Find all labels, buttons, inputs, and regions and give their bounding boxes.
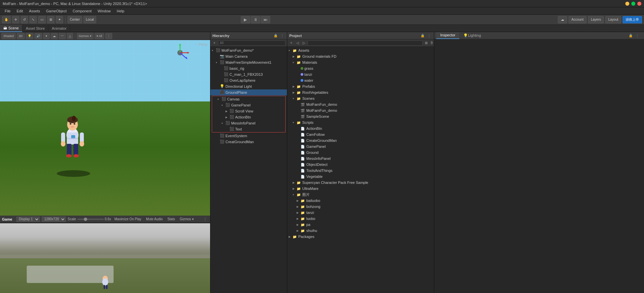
game-panel-menu-btn[interactable]: ⋮	[202, 217, 208, 221]
anim-btn[interactable]: △	[67, 33, 73, 39]
project-lock-btn[interactable]: 🔒	[420, 33, 425, 38]
hierarchy-search[interactable]	[218, 40, 286, 46]
h-item-malefree[interactable]: ▾ ⬛ MaleFreeSimpleMovement1	[210, 59, 287, 65]
h-item-dirlight[interactable]: 💡 Directional Light	[210, 83, 287, 89]
p-item-packages[interactable]: ▶ 📁 Packages	[287, 234, 434, 240]
local-btn[interactable]: Local	[84, 16, 96, 23]
tab-inspector[interactable]: Inspector	[436, 32, 459, 39]
p-item-pa[interactable]: ▶ 📁 pa	[287, 222, 434, 228]
p-item-toolsandthings[interactable]: 📄 ToolsAndThings	[287, 168, 434, 174]
p-item-ultramare[interactable]: ▶ 📁 UltraMare	[287, 186, 434, 192]
layers-btn[interactable]: Layers	[588, 16, 604, 23]
custom-tool-btn[interactable]: ✦	[56, 16, 63, 23]
maximize-on-play-btn[interactable]: Maximize On Play	[113, 217, 143, 221]
hierarchy-lock-btn[interactable]: 🔒	[273, 33, 278, 38]
project-forward-btn[interactable]: ▷	[301, 40, 307, 46]
play-btn[interactable]: ▶	[241, 16, 250, 23]
game-gizmos-btn[interactable]: Gizmos ▾	[178, 217, 195, 221]
scene-viewport[interactable]: ← Persp	[0, 40, 210, 216]
p-item-bailuobo[interactable]: ▶ 📁 bailuobo	[287, 198, 434, 204]
h-item-text[interactable]: ⬛ Text	[212, 126, 285, 132]
rect-tool-btn[interactable]: ▭	[38, 16, 46, 23]
h-item-groundplane[interactable]: ⬛ GroundPlane	[210, 89, 287, 95]
tab-animator[interactable]: Animator	[48, 25, 70, 32]
scale-slider-thumb[interactable]	[84, 218, 87, 221]
tab-asset-store[interactable]: Asset Store	[22, 25, 48, 32]
pause-btn[interactable]: ⏸	[251, 16, 260, 23]
menu-window[interactable]: Window	[95, 8, 113, 14]
h-item-canvas[interactable]: ▾ ⬛ Canvas	[212, 96, 285, 102]
p-item-rootveg[interactable]: ▶ 📁 RootVegetables	[287, 89, 434, 95]
p-item-samplescene[interactable]: 🎬 SampleScene	[287, 113, 434, 119]
unity-logo-btn[interactable]: 拯救上帝	[623, 16, 642, 23]
p-item-ground-materials[interactable]: ▶ 📁 Ground materials FD	[287, 53, 434, 59]
p-item-luobo[interactable]: ▶ 📁 luobo	[287, 216, 434, 222]
p-item-materials-folder[interactable]: ▾ 📁 Materials	[287, 59, 434, 65]
p-item-assets[interactable]: ▾ 📁 Assets	[287, 47, 434, 53]
center-btn[interactable]: Center	[67, 16, 82, 23]
h-item-basicrig[interactable]: ⬛ basic_rig	[210, 65, 287, 71]
gizmos-btn[interactable]: Gizmos ▾	[77, 33, 94, 39]
menu-file[interactable]: File	[2, 8, 13, 14]
p-item-supercyan[interactable]: ▶ 📁 Supercyan Character Pack Free Sample	[287, 180, 434, 186]
p-item-messinfo-script[interactable]: 📄 MessInfoPanel	[287, 156, 434, 162]
hierarchy-content[interactable]: ▾ ⬛ MolFamFun_demo* 📷 Main Camera ▾ ⬛ Ma…	[210, 47, 287, 293]
account-btn[interactable]: Account	[569, 16, 587, 23]
p-item-bohzong[interactable]: ▶ 📁 bohzong	[287, 204, 434, 210]
2d-btn[interactable]: 2D	[17, 33, 25, 39]
p-item-scene2[interactable]: 🎬 MolFamFun_demo	[287, 107, 434, 113]
inspector-lock-btn[interactable]: 🔒	[628, 33, 633, 38]
menu-help[interactable]: Help	[114, 8, 127, 14]
p-item-grass-mat[interactable]: grass	[287, 65, 434, 71]
menu-assets[interactable]: Assets	[26, 8, 43, 14]
h-item-scrollview[interactable]: ▶ ⬛ Scroll View	[212, 108, 285, 114]
menu-component[interactable]: Component	[70, 8, 94, 14]
menu-edit[interactable]: Edit	[14, 8, 26, 14]
multi-tool-btn[interactable]: ⊞	[47, 16, 54, 23]
close-btn[interactable]	[637, 2, 641, 6]
p-item-images-folder[interactable]: ▾ 📁 图片	[287, 192, 434, 198]
p-item-camfollow[interactable]: 📄 CamFollow	[287, 131, 434, 137]
project-add-btn[interactable]: +	[289, 40, 294, 46]
p-item-createground[interactable]: 📄 CreateGroundMan	[287, 137, 434, 143]
p-item-scenes-folder[interactable]: ▾ 📁 Scenes	[287, 95, 434, 101]
p-item-scene1[interactable]: 🎬 MolFamFun_demo	[287, 101, 434, 107]
p-item-scripts-folder[interactable]: ▾ 📁 Scripts	[287, 119, 434, 125]
project-back-btn[interactable]: ◁	[295, 40, 300, 46]
resolution-select[interactable]: 1280x720	[42, 217, 66, 222]
step-btn[interactable]: ⏭	[261, 16, 270, 23]
audio-btn[interactable]: 🔊	[34, 33, 42, 39]
all-btn[interactable]: ▾ All	[95, 33, 104, 39]
h-item-eventsystem[interactable]: ⬛ EventSystem	[210, 133, 287, 139]
hand-tool-btn[interactable]: ✋	[2, 16, 11, 23]
hierarchy-add-btn[interactable]: +	[212, 40, 217, 46]
p-item-vegetable-script[interactable]: 📄 Vegetable	[287, 174, 434, 180]
menu-gameobject[interactable]: GameObject	[43, 8, 69, 14]
tab-scene[interactable]: 🏔 Scene	[0, 25, 22, 32]
project-menu-btn[interactable]: ⋮	[427, 33, 432, 38]
minimize-btn[interactable]	[625, 2, 629, 6]
p-item-actionbtn-script[interactable]: 📄 ActionBtn	[287, 125, 434, 131]
p-item-shuihu[interactable]: ▶ 📁 shuihu	[287, 228, 434, 234]
move-tool-btn[interactable]: ✛	[12, 16, 19, 23]
p-item-water-mat[interactable]: water	[287, 77, 434, 83]
shaded-btn[interactable]: Shaded	[1, 33, 16, 39]
lighting-btn[interactable]: 💡	[26, 33, 33, 39]
p-item-tanzi-folder[interactable]: ▶ 📁 tanzi	[287, 210, 434, 216]
cloud-btn[interactable]: ☁	[558, 16, 567, 23]
h-item-creatground[interactable]: ⬛ CreatGroundMan	[210, 139, 287, 145]
fog-btn[interactable]: 〰	[59, 33, 66, 39]
h-item-cman[interactable]: ⬛ C_man_1_FBX2013	[210, 71, 287, 77]
scene-settings-btn[interactable]: ⋮	[105, 33, 112, 39]
project-search[interactable]	[308, 40, 423, 46]
p-item-gamepanel-script[interactable]: 📄 GamePanel	[287, 143, 434, 150]
skybox-btn[interactable]: ☁	[51, 33, 58, 39]
p-item-prefabs[interactable]: ▶ 📁 Prefabs	[287, 83, 434, 89]
hierarchy-menu-btn[interactable]: ⋮	[280, 33, 285, 38]
display-select[interactable]: Display 1	[16, 217, 40, 222]
project-view-btn[interactable]: ⊞	[424, 40, 429, 46]
h-item-overlap[interactable]: ⬛ OverLapSphere	[210, 77, 287, 83]
h-item-messinfo[interactable]: ▾ ⬛ MessInfoPanel	[212, 120, 285, 126]
stats-btn[interactable]: Stats	[166, 217, 176, 221]
mute-audio-btn[interactable]: Mute Audio	[145, 217, 164, 221]
